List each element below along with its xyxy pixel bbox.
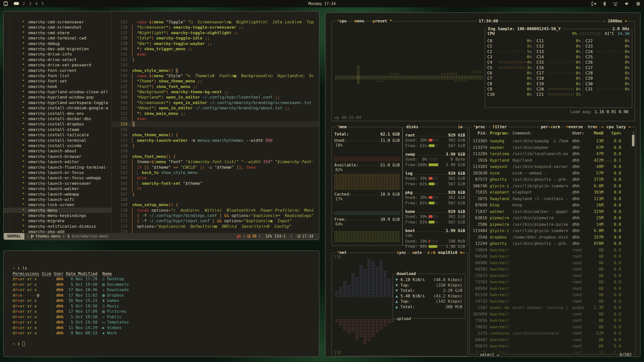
file-item[interactable]: *omarchy-hyprland-workspace-toggle (4, 100, 111, 105)
file-item[interactable]: *omarchy-launch-floating-terminal- (4, 165, 111, 170)
reverse-button[interactable]: reverse (565, 124, 584, 129)
code-line[interactable]: 151 *About*) open_in_editor ~/.config/om… (112, 105, 319, 111)
code-line[interactable]: 140 *) show_trigger_menu ;; (112, 46, 319, 52)
process-row[interactable]: 1162avahi-daavahi-daemon: running [avahi… (471, 304, 630, 311)
file-item[interactable]: *omarchy-install-dev-env (4, 111, 111, 116)
file-item[interactable]: *omarchy-font-current (4, 68, 111, 73)
code-line[interactable]: 142} (112, 57, 319, 62)
file-item[interactable]: *omarchy-notification-dismiss (4, 224, 111, 229)
code-line[interactable]: 145 case $(menu "Style" "⊙ Theme\nA Font… (112, 73, 319, 78)
file-item[interactable]: *omarchy-cmd-terminal-cwd (4, 35, 111, 41)
code-line[interactable]: 155 (112, 127, 319, 132)
file-item[interactable]: *omarchy-install-chromium-google-a (4, 105, 111, 111)
process-row[interactable]: 74869kworker/root0B0.0 (471, 247, 630, 253)
code-line[interactable]: 170 local options="♪ Audio\n⌁ Wifi\nᛒ Bl… (112, 208, 319, 213)
process-row[interactable]: 2506pipewire/usr/bin/pipewire-pulsedhh14… (471, 221, 630, 228)
code-line[interactable]: 171 [ -f ~/.config/hypr/bindings.conf ] … (112, 213, 319, 218)
code-line[interactable]: 157 omarchy-launch-walker -m menus:omarc… (112, 138, 319, 143)
process-row[interactable]: 2075XwaylandXwayland :1 -rootless -dhh11… (471, 196, 630, 202)
code-line[interactable]: 156show_theme_menu() { (112, 132, 319, 138)
file-item[interactable]: *omarchy-launch-wifi (4, 197, 111, 202)
code-line[interactable]: 143 (112, 62, 319, 68)
code-line[interactable]: 146 *Theme*) show_theme_menu ;; (112, 78, 319, 84)
preset-button[interactable]: preset * (372, 19, 393, 23)
code-line[interactable]: 152 *) show_main_menu ;; (112, 111, 319, 116)
process-row[interactable]: 113383swayosd-/usr/bin/swayosd-serverdhh… (471, 163, 630, 170)
file-item[interactable]: *omarchy-install-vscode (4, 143, 111, 148)
process-row[interactable]: 68584kworker/root0B0.0 (471, 285, 630, 292)
code-line[interactable]: 167} (112, 192, 319, 197)
code-line[interactable]: 169show_setup_menu() { (112, 202, 319, 207)
file-item[interactable]: *omarchy-launch-browser (4, 154, 111, 159)
file-item[interactable]: *omarchy-debug (4, 41, 111, 46)
cpu-chip-icon[interactable] (636, 2, 640, 6)
file-item[interactable]: *omarchy-menu (4, 208, 111, 213)
process-row[interactable]: 87573ghostty/usr/bin/ghostty --gtk-dhh37… (471, 176, 630, 183)
process-row[interactable]: 73656kworker/root0B0.0 (471, 317, 630, 324)
process-row[interactable]: 68583kworker/root0B0.0 (471, 266, 630, 273)
process-row[interactable]: 79032kworker/root0B0.0 (471, 324, 630, 330)
file-item[interactable]: *omarchy-font-list (4, 73, 111, 78)
code-line[interactable]: 173 options="$options\n⊡ Defaults\n▤ DNS… (112, 224, 319, 229)
file-item[interactable]: *omarchy-cmd-share (4, 30, 111, 35)
workspace-3[interactable]: 3 (29, 2, 31, 6)
process-row[interactable]: 71837walker/usr/bin/walker --gappldhh325… (471, 208, 630, 215)
code-line[interactable]: 159 (112, 148, 319, 154)
file-item[interactable]: *omarchy-launch-screensaver (4, 181, 111, 186)
sort-selector[interactable]: ← cpu lazy → (600, 124, 632, 129)
process-row[interactable]: 1916HyprlandHyprlanddhh422M0.1 (471, 157, 630, 164)
process-row[interactable]: 2544dropbox/home/dhh/.dropbox-distdhh357… (471, 234, 630, 241)
process-row[interactable]: 113284localsea/usr/lib/localsearch-exdhh… (471, 151, 630, 157)
process-row[interactable]: 73703kworker/root0B0.0 (471, 279, 630, 285)
sync-button[interactable]: sync (395, 250, 407, 255)
logout-icon[interactable] (591, 2, 596, 6)
code-line[interactable]: 172 [ -f ~/.config/hypr/input.conf ] && … (112, 218, 319, 223)
file-item[interactable]: *omarchy-cmd-screensaver (4, 19, 111, 25)
code-line[interactable]: 158} (112, 143, 319, 148)
file-item[interactable]: *omarchy-install-tailscale (4, 132, 111, 138)
file-item[interactable]: *omarchy-hyprland-window-pop (4, 95, 111, 100)
file-item[interactable]: *omarchy-menu-keybindings (4, 213, 111, 218)
code-line[interactable]: 138 *Idle*) omarchy-toggle-idle ;; (112, 35, 319, 41)
file-item[interactable]: *omarchy-launch-editor (4, 159, 111, 164)
auto-button[interactable]: auto (411, 250, 423, 255)
file-item[interactable]: *omarchy-drive-info (4, 52, 111, 57)
file-item[interactable]: *omarchy-hyprland-window-close-all (4, 89, 111, 95)
clock[interactable]: Monday 17:34 (308, 2, 336, 6)
refresh-interval[interactable]: - 2000ms + (602, 19, 628, 23)
process-row[interactable]: 68482kworker/root0B0.0 (471, 337, 630, 343)
file-item[interactable]: *omarchy-dev-add-migration (4, 46, 111, 52)
code-line[interactable]: 165 omarchy-font-set "$theme" (112, 181, 319, 186)
process-row[interactable]: 87649btopbtopdhh26M0.0 (471, 202, 630, 208)
select-hint[interactable]: select ↵ (479, 352, 500, 357)
code-line[interactable]: 136 *Screensaver*) omarchy-toggle-screen… (112, 25, 319, 30)
file-item[interactable]: *omarchy-install-dropbox (4, 121, 111, 127)
code-line[interactable]: 153 esac (112, 116, 319, 121)
process-row[interactable]: 72073kworker/root0B0.0 (471, 273, 630, 279)
code-line[interactable]: 166 fi (112, 186, 319, 191)
process-row[interactable]: 113404glycin-i/usr/lib/glycin-loadersdhh… (471, 228, 630, 234)
file-item[interactable]: *omarchy-hook (4, 84, 111, 89)
network-icon[interactable] (613, 2, 618, 6)
process-row[interactable]: 95673kworker/root0B0.0 (471, 343, 630, 349)
process-row[interactable]: 63816pipewire/usr/bin/pipewiredhh25M0.0 (471, 215, 630, 221)
code-line[interactable]: 144show_style_menu() { (112, 68, 319, 73)
cpu-tab[interactable]: ¹cpu (336, 19, 348, 23)
file-item[interactable]: *omarchy-lock-screen (4, 202, 111, 207)
workspace-4[interactable]: 4 (35, 2, 37, 6)
disks-tab[interactable]: disks (405, 124, 419, 129)
sort-direction-icon[interactable]: ↑ (632, 130, 635, 135)
process-row[interactable]: 71835elephantelephantdhh393M0.0 (471, 189, 630, 196)
bluetooth-icon[interactable] (603, 2, 606, 6)
file-item[interactable]: *omarchy-font-set (4, 78, 111, 84)
process-row[interactable]: 81310kworker/root0B0.0 (471, 292, 630, 298)
process-row[interactable]: 1275containe/usr/bin/containerdroot52M0.… (471, 330, 630, 337)
code-line[interactable]: 148 *Background*) omarchy-theme-bg-next … (112, 89, 319, 95)
io-button[interactable]: io (457, 124, 464, 129)
file-item[interactable]: *omarchy-install-docker-dbs (4, 116, 111, 121)
filter-button[interactable]: filter (491, 124, 508, 129)
file-item[interactable]: *omarchy-launch-or-focus (4, 170, 111, 175)
code-line[interactable]: 161 theme=$(menu "Font" "$(omarchy-font-… (112, 159, 319, 164)
process-row[interactable]: 102638nvimnvim --embed .dhh57M0.0 (471, 170, 630, 176)
code-line[interactable]: 160show_font_menu() { (112, 154, 319, 159)
